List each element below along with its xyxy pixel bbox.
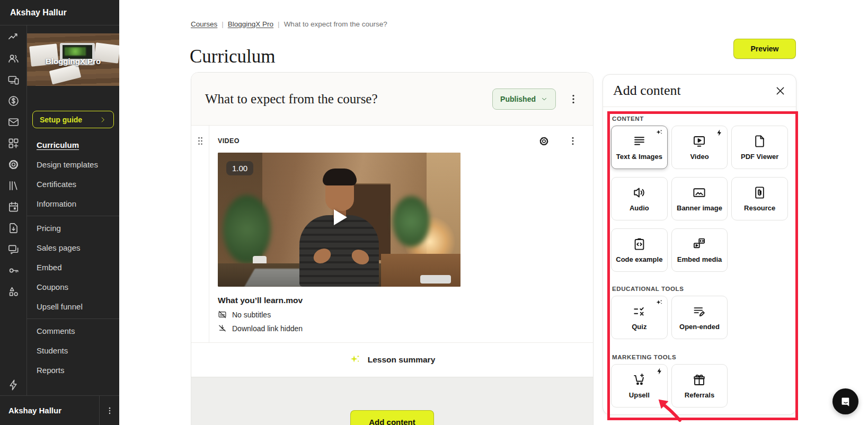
speed-icon[interactable] <box>7 379 20 391</box>
apps-icon[interactable] <box>7 137 20 149</box>
library-icon[interactable] <box>7 180 20 192</box>
video-menu-button[interactable] <box>568 136 578 146</box>
close-icon[interactable] <box>775 85 786 96</box>
content-tile-banner-image[interactable]: Banner image <box>671 177 728 220</box>
preview-button[interactable]: Preview <box>733 39 796 59</box>
resource-icon <box>752 185 767 200</box>
tile-label: Quiz <box>632 323 646 331</box>
tile-label: Embed media <box>677 255 722 263</box>
sidebar-nav: CurriculumDesign templatesCertificatesIn… <box>27 133 119 382</box>
video-meta-list: No subtitlesDownload link hidden <box>218 310 578 333</box>
members-icon[interactable] <box>7 52 20 65</box>
sidebar-item-sales-pages[interactable]: Sales pages <box>27 238 119 258</box>
bolt-badge-icon <box>715 129 723 137</box>
sidebar-nav-group: CommentsStudentsReports <box>27 318 119 382</box>
devices-icon[interactable] <box>7 74 20 86</box>
content-tile-pdf-viewer[interactable]: PDF Viewer <box>731 126 788 169</box>
subtitles-off-icon <box>218 310 227 319</box>
messages-icon[interactable] <box>7 243 20 255</box>
sidebar-nav-group: PricingSales pagesEmbedCouponsUpsell fun… <box>27 216 119 318</box>
content-tile-code-example[interactable]: Code example <box>611 228 668 272</box>
email-icon[interactable] <box>7 116 20 128</box>
sidebar-item-pricing[interactable]: Pricing <box>27 218 119 238</box>
drag-handle-icon[interactable] <box>195 135 206 147</box>
settings-icon[interactable] <box>7 158 20 171</box>
tile-label: Audio <box>630 204 649 212</box>
breadcrumb-item[interactable]: Courses <box>191 20 217 28</box>
section-label: CONTENT <box>612 116 788 122</box>
text-images-icon <box>632 134 646 148</box>
add-content-panel-body: CONTENTText & ImagesVideoPDF ViewerAudio… <box>603 116 796 408</box>
tile-grid: UpsellReferrals <box>611 364 788 408</box>
content-tile-open-ended[interactable]: Open-ended <box>671 296 728 339</box>
payments-icon[interactable] <box>7 95 20 107</box>
breadcrumb-item: What to expect from the course? <box>284 20 387 28</box>
tile-grid: Text & ImagesVideoPDF ViewerAudioBanner … <box>611 126 788 272</box>
sidebar-item-comments[interactable]: Comments <box>27 321 119 341</box>
video-duration-badge: 1.00 <box>226 161 253 175</box>
status-dropdown[interactable]: Published <box>492 88 556 110</box>
chevron-down-icon <box>541 95 548 103</box>
setup-guide-button[interactable]: Setup guide <box>32 111 114 128</box>
tile-label: Code example <box>616 255 662 263</box>
video-block: VIDEO <box>191 126 593 342</box>
download-off-icon <box>218 324 227 333</box>
user-menu-button[interactable] <box>99 396 119 425</box>
code-icon <box>632 237 646 251</box>
access-icon[interactable] <box>7 264 20 277</box>
video-meta-row: Download link hidden <box>218 324 578 333</box>
tile-label: Banner image <box>677 204 722 212</box>
course-thumbnail[interactable]: BloggingX Pro <box>27 33 119 86</box>
tile-label: Open-ended <box>679 323 720 331</box>
content-tile-audio[interactable]: Audio <box>611 177 668 220</box>
calendar-icon[interactable] <box>7 201 20 213</box>
play-icon[interactable] <box>334 209 347 225</box>
breadcrumb-item[interactable]: BloggingX Pro <box>228 20 273 28</box>
analytics-icon[interactable] <box>7 31 20 43</box>
workspace-name[interactable]: Akshay Hallur <box>0 0 119 25</box>
content-tile-text-images[interactable]: Text & Images <box>611 126 668 169</box>
content-tile-upsell[interactable]: Upsell <box>611 364 668 408</box>
sidebar-item-design-templates[interactable]: Design templates <box>27 155 119 174</box>
kebab-icon <box>105 406 114 415</box>
sidebar-item-embed[interactable]: Embed <box>27 258 119 277</box>
status-label: Published <box>500 95 536 103</box>
content-tile-video[interactable]: Video <box>671 126 728 169</box>
sidebar-item-students[interactable]: Students <box>27 341 119 360</box>
sidebar-item-reports[interactable]: Reports <box>27 360 119 380</box>
course-thumbnail-title: BloggingX Pro <box>27 57 119 66</box>
video-settings-gear-icon[interactable] <box>538 136 550 147</box>
sidebar-item-information[interactable]: Information <box>27 194 119 214</box>
lesson-menu-button[interactable] <box>568 93 579 105</box>
video-meta-label: Download link hidden <box>232 324 303 333</box>
sidebar-item-coupons[interactable]: Coupons <box>27 277 119 297</box>
add-content-button[interactable]: Add content <box>350 410 434 425</box>
open-ended-icon <box>692 304 706 318</box>
sidebar-item-curriculum[interactable]: Curriculum <box>27 135 119 155</box>
plans-icon[interactable] <box>7 286 20 298</box>
content-tile-embed-media[interactable]: Embed media <box>671 228 728 272</box>
lesson-summary-label: Lesson summary <box>368 355 436 365</box>
content-tile-quiz[interactable]: Quiz <box>611 296 668 339</box>
tile-label: Resource <box>744 204 775 212</box>
section-label: MARKETING TOOLS <box>612 354 788 360</box>
add-content-panel: Add content CONTENTText & ImagesVideoPDF… <box>603 74 796 415</box>
sidebar-item-upsell-funnel[interactable]: Upsell funnel <box>27 297 119 316</box>
lesson-summary-button[interactable]: Lesson summary <box>191 342 593 377</box>
video-block-content: VIDEO <box>209 126 593 342</box>
chat-launcher-button[interactable] <box>832 388 858 414</box>
sparkle-icon <box>349 354 361 366</box>
sidebar-nav-group: CurriculumDesign templatesCertificatesIn… <box>27 133 119 216</box>
add-content-panel-header: Add content <box>603 75 796 107</box>
sidebar-main: BloggingX Pro Setup guide CurriculumDesi… <box>26 25 119 395</box>
content-tile-resource[interactable]: Resource <box>731 177 788 220</box>
content-tile-referrals[interactable]: Referrals <box>671 364 728 408</box>
files-icon[interactable] <box>7 222 20 234</box>
video-icon <box>692 134 706 148</box>
tile-label: Text & Images <box>616 153 662 161</box>
tile-label: Upsell <box>629 391 650 399</box>
sidebar-item-certificates[interactable]: Certificates <box>27 174 119 194</box>
video-player[interactable]: 1.00 <box>218 153 460 287</box>
upsell-icon <box>632 373 646 387</box>
drag-strip <box>191 126 209 342</box>
